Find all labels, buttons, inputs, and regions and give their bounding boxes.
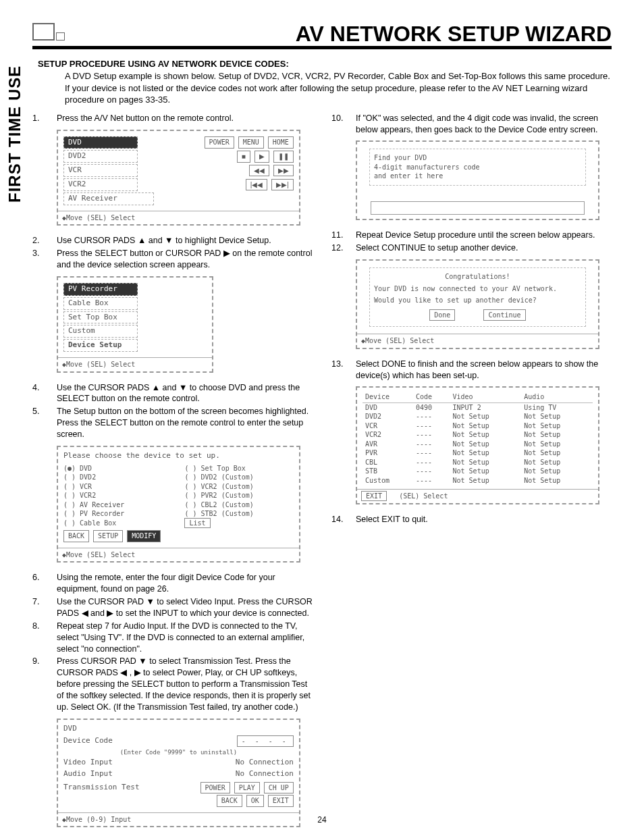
tv-logo-icon [32, 19, 65, 41]
fig3-opt: ( ) VCR2 [63, 491, 172, 500]
step-text: Select EXIT to quit. [356, 514, 612, 525]
figure-choose-device: Please choose the device to set up. (●) … [57, 446, 300, 563]
step-number: 3. [32, 248, 57, 271]
step-number: 12. [331, 242, 356, 254]
fig3-opt: ( ) PVR2 (Custom) [184, 491, 293, 500]
step-number: 11. [331, 230, 356, 241]
step-number: 2. [32, 235, 57, 246]
step-number: 6. [32, 572, 57, 595]
fig3-opt: ( ) PV Recorder [63, 509, 172, 519]
table-row: STB----Not SetupNot Setup [363, 467, 593, 476]
table-row: PVR----Not SetupNot Setup [363, 448, 593, 458]
fig3-opt: ( ) CBL2 (Custom) [184, 500, 293, 510]
figure-invalid-code: Find your DVD 4-digit manufacturers code… [356, 140, 599, 220]
right-column: 10.If "OK" was selected, and the 4 digit… [331, 113, 612, 834]
fig3-back: BACK [63, 530, 89, 542]
fig3-opt: ( ) Set Top Box [184, 464, 293, 473]
ffwd-icon: ▶▶ [273, 165, 294, 177]
fig6-msg2: Would you like to set up another device? [374, 296, 581, 305]
left-column: 1.Press the A/V Net button on the remote… [32, 113, 313, 834]
figure-congrats: Congratulations! Your DVD is now connect… [356, 259, 599, 349]
fig4-exit: EXIT [268, 795, 294, 807]
step-number: 1. [32, 113, 57, 124]
fig3-prompt: Please choose the device to set up. [63, 451, 294, 461]
fig1-vcr2: VCR2 [63, 178, 138, 191]
play-icon: ▶ [254, 151, 269, 163]
figure-av-net-main: DVD POWER MENU HOME DVD2 ■ ▶ ❚❚ VC [57, 130, 300, 226]
fig3-opt: ( ) DVD2 (Custom) [184, 473, 293, 482]
step-number: 8. [32, 621, 57, 655]
fig4-ai-label: Audio Input [63, 769, 113, 779]
fig2-device-setup: Device Setup [63, 339, 138, 352]
step-text: The Setup button on the bottom of the sc… [57, 406, 313, 440]
table-row: AVR----Not SetupNot Setup [363, 440, 593, 449]
th-device: Device [363, 392, 413, 402]
fig5-msg: Find your DVD 4-digit manufacturers code… [369, 149, 586, 186]
step-text: Repeat Device Setup procedure until the … [356, 230, 612, 241]
device-table: Device Code Video Audio DVD0490INPUT 2Us… [363, 392, 593, 485]
th-code: Code [413, 392, 450, 402]
fig1-dvd2: DVD2 [63, 150, 138, 163]
section-heading: SETUP PROCEDURE USING AV NETWORK DEVICE … [32, 59, 612, 69]
rewind-icon: ◀◀ [249, 165, 269, 177]
step-number: 9. [32, 656, 57, 712]
fig4-vi-value: No Connection [236, 758, 294, 768]
fig1-avr: AV Receiver [63, 192, 154, 205]
fig3-setup: SETUP [93, 530, 123, 542]
fig1-dvd: DVD [63, 136, 138, 149]
fig3-opt: ( ) VCR2 (Custom) [184, 482, 293, 492]
figure-device-list: PV Recorder Cable Box Set Top Box Custom… [57, 276, 213, 373]
th-audio: Audio [521, 392, 593, 402]
prev-icon: |◀◀ [246, 179, 268, 191]
fig4-back: BACK [217, 795, 242, 807]
fig2-pvr: PV Recorder [63, 283, 138, 296]
fig3-list-btn: List [184, 518, 210, 528]
step-number: 4. [32, 382, 57, 405]
step-text: Use the CURSOR PADS ▲ and ▼ to choose DV… [57, 382, 313, 405]
fig6-title: Congratulations! [374, 272, 581, 282]
table-row: DVD2----Not SetupNot Setup [363, 412, 593, 421]
fig6-msg1: Your DVD is now connected to your AV net… [374, 284, 581, 294]
fig1-footer: ◆Move (SEL) Select [58, 211, 299, 225]
fig4-vi-label: Video Input [63, 758, 113, 768]
fig6-continue: Continue [483, 309, 525, 321]
fig2-cable: Cable Box [63, 297, 138, 310]
step-number: 10. [331, 113, 356, 136]
fig1-vcr: VCR [63, 164, 138, 177]
title-rule [32, 46, 612, 49]
fig3-footer: ◆Move (SEL) Select [58, 548, 299, 562]
fig3-opt: ( ) STB2 (Custom) [184, 509, 293, 519]
table-row: Custom----Not SetupNot Setup [363, 476, 593, 486]
step-number: 14. [331, 514, 356, 525]
step-number: 7. [32, 596, 57, 619]
step-text: If "OK" was selected, and the 4 digit co… [356, 113, 612, 136]
fig4-chup: CH UP [264, 782, 294, 794]
fig4-code-hint: (Enter Code "9999" to uninstall) [63, 748, 294, 756]
step-text: Repeat step 7 for Audio Input. If the DV… [57, 621, 313, 655]
fig4-title: DVD [63, 724, 294, 734]
fig3-modify: MODIFY [127, 530, 161, 542]
sidebar-label: FIRST TIME USE [5, 66, 24, 203]
fig4-power: POWER [200, 782, 230, 794]
step-text: Select DONE to finish and the screen bel… [356, 359, 612, 382]
step-number: 5. [32, 406, 57, 440]
th-video: Video [450, 392, 522, 402]
step-text: Press CURSOR PAD ▼ to select Transmissio… [57, 656, 313, 712]
step-text: Using the remote, enter the four digit D… [57, 572, 313, 595]
table-row: DVD0490INPUT 2Using TV [363, 402, 593, 412]
fig3-opt: ( ) AV Receiver [63, 500, 172, 510]
step-text: Press the SELECT button or CURSOR PAD ▶ … [57, 248, 313, 271]
fig6-done: Done [429, 309, 455, 321]
fig4-ok: OK [246, 795, 264, 807]
fig3-opt: ( ) DVD2 [63, 473, 172, 482]
pause-icon: ❚❚ [273, 151, 294, 163]
fig5-entry-box [371, 201, 585, 215]
stop-icon: ■ [237, 151, 250, 163]
fig4-tt-label: Transmission Test [63, 783, 140, 793]
fig6-footer: ◆Move (SEL) Select [357, 334, 598, 348]
fig4-code-box: - - - - [237, 735, 294, 748]
fig1-home: HOME [268, 136, 294, 149]
step-number: 13. [331, 359, 356, 382]
page-number: 24 [0, 815, 644, 825]
step-text: Press the A/V Net button on the remote c… [57, 113, 313, 124]
